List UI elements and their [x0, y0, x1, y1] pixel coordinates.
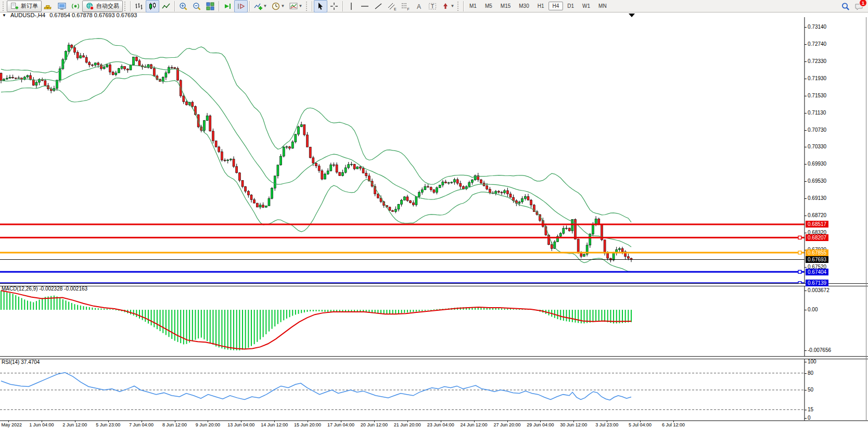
price-axis-tick [805, 96, 807, 96]
macd-axis-tick [805, 310, 807, 310]
rsi-axis-tick [805, 410, 807, 410]
time-axis-value: 2 Jun 12:00 [62, 422, 87, 427]
rsi-axis-value: 15 [808, 407, 813, 412]
line-anchor-handle [798, 236, 801, 239]
price-axis-tick [805, 113, 807, 113]
price-line-tag: 0.68517 [806, 221, 828, 228]
price-axis-value: 0.70730 [808, 127, 826, 133]
macd-axis-value: 0.00 [808, 307, 818, 312]
time-axis-value: 9 Jun 20:00 [196, 422, 220, 427]
time-axis-value: 3 Jul 23:00 [595, 422, 618, 427]
macd-label: MACD(12,26,9) -0.002328 -0.002163 [2, 286, 87, 292]
price-axis-value: 0.69930 [808, 161, 826, 167]
time-axis-value: 13 Jun 04:00 [227, 422, 254, 427]
time-axis-value: 5 Jun 23:00 [96, 422, 120, 427]
time-axis-value: 21 Jun 20:00 [394, 422, 421, 427]
last-bar-marker-icon [629, 14, 635, 17]
price-axis-tick [805, 27, 807, 28]
price-axis-tick [805, 164, 807, 165]
horizontal-price-line[interactable] [0, 259, 805, 260]
rsi-axis-tick [805, 418, 807, 419]
price-axis-tick [805, 61, 807, 62]
price-axis-value: 0.72330 [808, 58, 826, 64]
price-axis-tick [805, 181, 807, 182]
time-axis-value: 14 Jun 12:00 [261, 422, 288, 427]
chart-canvas[interactable] [0, 0, 868, 429]
mt4-window: 新订单 自动交易 [0, 0, 868, 429]
rsi-axis-value: 80 [808, 370, 813, 376]
rsi-line [1, 373, 631, 400]
bollinger-band-line [1, 74, 631, 271]
time-axis-value: 20 Jun 12:00 [361, 422, 388, 427]
rsi-axis-tick [805, 390, 807, 390]
price-axis-value: 0.70330 [808, 144, 826, 149]
horizontal-price-line[interactable] [0, 252, 805, 254]
time-axis-value: 23 Jun 04:00 [427, 422, 454, 427]
price-axis-value: 0.69130 [808, 195, 826, 201]
macd-axis-value: 0.003672 [808, 287, 829, 293]
rsi-axis-value: 100 [808, 359, 816, 364]
price-axis-tick [805, 79, 807, 79]
time-axis-value: 1 Jun 04:00 [29, 422, 54, 427]
horizontal-price-line[interactable] [0, 271, 805, 273]
price-axis-value: 0.71530 [808, 93, 826, 98]
line-anchor-handle [798, 270, 801, 273]
price-axis-value: 0.69530 [808, 178, 826, 184]
rsi-axis-value: 50 [808, 387, 813, 393]
macd-axis-tick [805, 350, 807, 351]
horizontal-price-line[interactable] [0, 237, 805, 238]
macd-axis-tick [805, 291, 807, 291]
price-axis-value: 0.71130 [808, 110, 826, 116]
price-axis-value: 0.71930 [808, 75, 826, 81]
price-axis-tick [805, 147, 807, 147]
macd-signal-line [1, 291, 631, 349]
time-axis-value: 15 Jun 20:00 [294, 422, 321, 427]
price-axis-value: 0.73140 [808, 24, 826, 30]
time-axis-value: 7 Jun 04:00 [129, 422, 154, 427]
macd-series [1, 291, 631, 350]
bollinger-band-line [1, 62, 631, 247]
price-axis-tick [805, 130, 807, 131]
time-axis-value: 30 May 2022 [0, 422, 22, 427]
price-line-tag: 0.68207 [806, 234, 828, 241]
candlestick-series [0, 43, 632, 262]
price-axis-tick [805, 267, 807, 268]
panel-separator[interactable] [0, 356, 868, 359]
price-line-tag: 0.67404 [806, 269, 828, 275]
bollinger-band-line [1, 39, 631, 222]
line-anchor-handle [798, 251, 801, 254]
price-axis-tick [805, 198, 807, 199]
price-axis-tick [805, 233, 807, 233]
price-axis-value: 0.72740 [808, 41, 826, 47]
rsi-label: RSI(14) 37.4704 [2, 359, 40, 365]
rsi-axis-tick [805, 373, 807, 374]
time-axis-value: 27 Jun 20:00 [493, 422, 520, 427]
macd-axis-value: -0.007656 [808, 347, 831, 353]
time-axis-value: 8 Jun 12:00 [162, 422, 187, 427]
time-axis-value: 29 Jun 04:00 [527, 422, 554, 427]
time-axis-value: 24 Jun 12:00 [461, 422, 488, 427]
time-axis-value: 5 Jul 04:00 [629, 422, 652, 427]
time-axis-value: 30 Jun 12:00 [560, 422, 587, 427]
price-axis-tick [805, 44, 807, 45]
price-line-tag: 0.67139 [806, 280, 828, 286]
horizontal-price-line[interactable] [0, 223, 805, 225]
price-axis-tick [805, 216, 807, 216]
time-axis-value: 6 Jul 12:00 [662, 422, 685, 427]
panel-separator[interactable] [0, 283, 868, 286]
price-line-tag: 0.67693 [806, 256, 828, 263]
price-line-tag: 0.67855 [806, 249, 828, 256]
window-edge [866, 17, 866, 421]
time-axis-value: 17 Jun 04:00 [327, 422, 354, 427]
price-axis-value: 0.68720 [808, 212, 826, 218]
rsi-axis-tick [805, 362, 807, 362]
rsi-axis-value: 0 [808, 415, 811, 421]
